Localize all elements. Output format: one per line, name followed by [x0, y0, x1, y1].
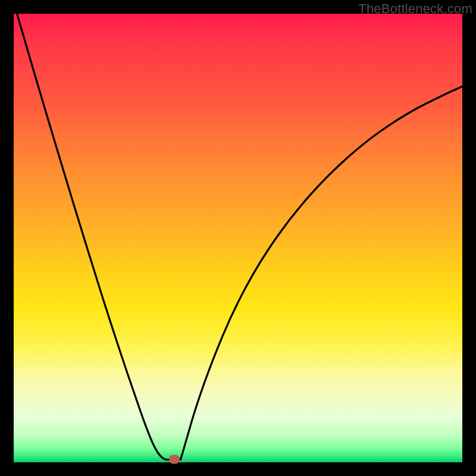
bottleneck-curve [14, 14, 462, 462]
plot-area [14, 14, 462, 462]
watermark-text: TheBottleneck.com [358, 1, 472, 17]
minimum-marker [169, 455, 180, 464]
plot-frame [14, 14, 462, 462]
